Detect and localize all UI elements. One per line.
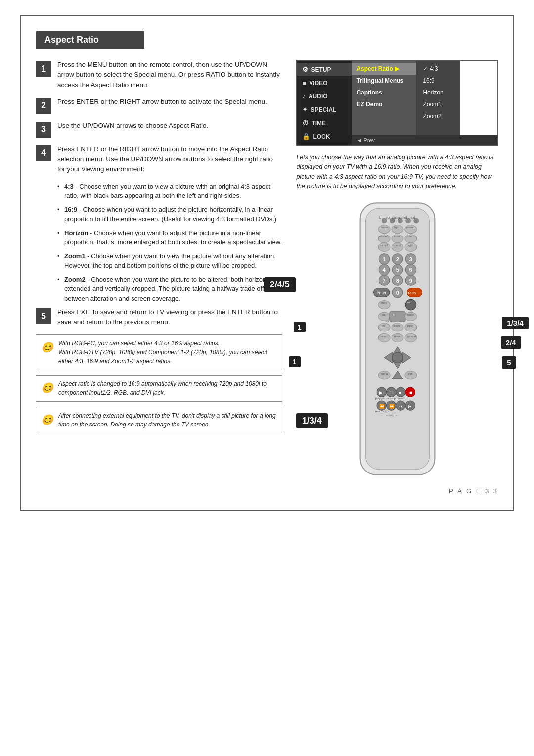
step-1: 1 Press the MENU button on the remote co… (36, 60, 282, 90)
svg-text:4: 4 (383, 267, 386, 273)
submenu-item-ezdemo: EZ Demo (352, 98, 416, 110)
main-content: 1 Press the MENU button on the remote co… (36, 60, 498, 477)
svg-text:3: 3 (409, 256, 412, 262)
step-num-4: 4 (36, 145, 51, 161)
svg-text:▶: ▶ (379, 390, 383, 395)
submenu-item-aspect: Aspect Ratio ▶ (352, 63, 416, 75)
svg-text:⏺: ⏺ (408, 390, 413, 395)
svg-text:video: video (406, 313, 414, 316)
special-icon: ✦ (302, 106, 308, 113)
svg-text:ch: ch (399, 319, 402, 322)
svg-text:1: 1 (383, 256, 386, 262)
step-text-5: Press EXIT to save and return to TV view… (57, 307, 282, 328)
svg-text:pipch-: pipch- (393, 324, 400, 327)
option-zoom2: Zoom2 (421, 110, 455, 122)
svg-text:mute: mute (380, 301, 387, 304)
svg-text:0: 0 (396, 289, 399, 295)
svg-text:freeze: freeze (393, 334, 400, 337)
svg-text:pp input: pp input (407, 334, 417, 337)
svg-text:⏭: ⏭ (408, 403, 412, 408)
note-text-3: After connecting external equipment to t… (58, 411, 277, 429)
callout-right-3: 5 (502, 356, 516, 369)
svg-text:rew  ff  <|  |>: rew ff <| |> (375, 409, 389, 412)
step-5: 5 Press EXIT to save and return to TV vi… (36, 307, 282, 328)
option-43: 4:3 (421, 63, 455, 75)
callout-ratio: 2/4/5 (264, 277, 296, 292)
note-3: 😊 After connecting external equipment to… (36, 407, 282, 433)
remote-area: tv vcr cable dvd sat mode light power (296, 200, 498, 477)
bullet-zoom2: Zoom2 - Choose when you want the picture… (57, 275, 282, 304)
callout-bottom: 1/3/4 (296, 413, 328, 428)
svg-text:vol: vol (385, 319, 389, 322)
menu-item-special: ✦ SPECIAL (297, 103, 352, 116)
svg-text:ratio: ratio (380, 334, 385, 337)
callout-right-2: 2/4 (501, 336, 521, 349)
menu-item-time: ⏱ TIME (297, 116, 352, 130)
svg-text:surf: surf (407, 300, 411, 303)
svg-text:⏪: ⏪ (379, 403, 385, 409)
svg-text:light: light (394, 226, 399, 229)
bullet-169: 16:9 - Choose when you want to adjust th… (57, 205, 282, 224)
step-num-2: 2 (36, 98, 51, 114)
step-text-4: Press ENTER or the RIGHT arrow button to… (57, 144, 282, 175)
svg-text:2: 2 (396, 256, 399, 262)
svg-text:dvi: dvi (408, 235, 412, 238)
svg-text:dvd: dvd (401, 215, 407, 219)
svg-text:comp1: comp1 (380, 243, 388, 246)
svg-text:5: 5 (396, 267, 399, 273)
bullet-horizon: Horizon - Choose when you want to adjust… (57, 228, 282, 247)
note-1: 😊 With RGB-PC, you can select either 4:3… (36, 334, 282, 370)
right-column: ⚙ SETUP ■ VIDEO ♪ AUDIO ✦ SPECIAL (296, 60, 498, 477)
menu-submenu: Aspect Ratio ▶ Trilingual Menus Captions… (352, 61, 416, 135)
note-text-1: With RGB-PC, you can select either 4:3 o… (58, 339, 277, 366)
option-zoom1: Zoom1 (421, 98, 455, 110)
step-num-3: 3 (36, 122, 51, 138)
svg-text:⏮: ⏮ (399, 403, 403, 408)
svg-text:pipch+: pipch+ (407, 324, 415, 327)
svg-text:8: 8 (396, 277, 399, 283)
option-169: 16:9 (421, 75, 455, 87)
step-num-1: 1 (36, 61, 51, 77)
svg-text:exit: exit (408, 372, 413, 375)
svg-text:⏸: ⏸ (389, 390, 393, 395)
aspect-ratio-options: 4:3 - Choose when you want to view a pic… (57, 182, 282, 304)
bullet-zoom1: Zoom1 - Choose when you want to view the… (57, 251, 282, 271)
note-text-2: Aspect ratio is changed to 16:9 automati… (58, 379, 277, 397)
svg-text:menu: menu (380, 372, 388, 375)
submenu-item-captions: Captions (352, 87, 416, 98)
step-text-1: Press the MENU button on the remote cont… (57, 60, 282, 90)
svg-text:tv: tv (379, 215, 382, 219)
menu-right-panel: Aspect Ratio ▶ Trilingual Menus Captions… (352, 61, 497, 145)
svg-text:rgb: rgb (408, 243, 412, 246)
svg-text:front: front (394, 235, 400, 238)
svg-text:cable: cable (392, 215, 400, 219)
option-horizon: Horizon (421, 87, 455, 98)
note-icon-3: 😊 (41, 412, 53, 427)
step-4: 4 Press ENTER or the RIGHT arrow button … (36, 144, 282, 175)
callout-enter-1: 1 (294, 322, 306, 332)
menu-item-video: ■ VIDEO (297, 76, 352, 90)
page-title: Aspect Ratio (36, 31, 144, 49)
svg-text:← skip →: ← skip → (386, 414, 397, 417)
svg-text:comp2: comp2 (393, 243, 401, 246)
menu-left-nav: ⚙ SETUP ■ VIDEO ♪ AUDIO ✦ SPECIAL (297, 61, 352, 145)
svg-text:vcr: vcr (386, 215, 390, 219)
menu-item-lock: 🔒 LOCK (297, 130, 352, 143)
svg-point-82 (392, 352, 403, 363)
menu-item-audio: ♪ AUDIO (297, 90, 352, 103)
step-3: 3 Use the UP/DOWN arrows to choose Aspec… (36, 121, 282, 138)
svg-text:sap: sap (381, 313, 386, 316)
svg-text:9: 9 (409, 277, 412, 283)
svg-text:tv/video: tv/video (379, 235, 388, 238)
step-2: 2 Press ENTER or the RIGHT arrow button … (36, 97, 282, 114)
video-icon: ■ (302, 79, 306, 87)
note-icon-1: 😊 (41, 340, 53, 355)
step-text-3: Use the UP/DOWN arrows to choose Aspect … (57, 121, 208, 131)
svg-text:7: 7 (383, 277, 386, 283)
callout-enter-2: 1 (289, 356, 301, 367)
callout-right-1: 1/3/4 (502, 317, 528, 329)
menu-screenshot: ⚙ SETUP ■ VIDEO ♪ AUDIO ✦ SPECIAL (296, 60, 498, 146)
lock-icon: 🔒 (302, 133, 310, 140)
page-container: Aspect Ratio 1 Press the MENU button on … (20, 15, 514, 511)
caption-text: Lets you choose the way that an analog p… (296, 153, 498, 191)
